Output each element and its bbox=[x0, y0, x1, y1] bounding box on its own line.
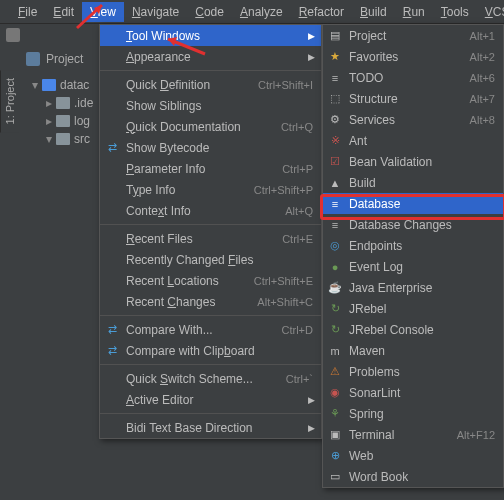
toolwindow-item-favorites[interactable]: ★FavoritesAlt+2 bbox=[323, 46, 503, 67]
jee-icon: ☕ bbox=[328, 281, 342, 295]
problems-icon: ⚠ bbox=[328, 365, 342, 379]
toolwindow-item-web[interactable]: ⊕Web bbox=[323, 445, 503, 466]
toolwindow-item-jrebel[interactable]: ↻JRebel bbox=[323, 298, 503, 319]
menu-item-recent-locations[interactable]: Recent LocationsCtrl+Shift+E bbox=[100, 270, 321, 291]
endpoints-icon: ◎ bbox=[328, 239, 342, 253]
side-tab-project[interactable]: 1: Project bbox=[0, 70, 19, 132]
project-panel-icon bbox=[26, 52, 40, 66]
menu-item-quick-definition[interactable]: Quick DefinitionCtrl+Shift+I bbox=[100, 74, 321, 95]
menu-item-appearance[interactable]: Appearance▶ bbox=[100, 46, 321, 67]
toolwindow-item-structure[interactable]: ⬚StructureAlt+7 bbox=[323, 88, 503, 109]
menu-item-tool-windows[interactable]: Tool Windows▶ bbox=[100, 25, 321, 46]
menubar-item-vcs[interactable]: VCS bbox=[477, 2, 504, 22]
eventlog-icon: ● bbox=[328, 260, 342, 274]
toolwindow-item-word-book[interactable]: ▭Word Book bbox=[323, 466, 503, 487]
toolwindow-item-java-enterprise[interactable]: ☕Java Enterprise bbox=[323, 277, 503, 298]
toolbar-folder-icon[interactable] bbox=[6, 28, 20, 42]
project-icon: ▤ bbox=[328, 29, 342, 43]
services-icon: ⚙ bbox=[328, 113, 342, 127]
menu-item-active-editor[interactable]: Active Editor▶ bbox=[100, 389, 321, 410]
toolwindow-item-todo[interactable]: ≡TODOAlt+6 bbox=[323, 67, 503, 88]
ant-icon: ※ bbox=[328, 134, 342, 148]
menu-item-recently-changed-files[interactable]: Recently Changed Files bbox=[100, 249, 321, 270]
toolwindow-item-sonarlint[interactable]: ◉SonarLint bbox=[323, 382, 503, 403]
maven-icon: m bbox=[328, 344, 342, 358]
menubar: FileEditViewNavigateCodeAnalyzeRefactorB… bbox=[0, 0, 504, 24]
web-icon: ⊕ bbox=[328, 449, 342, 463]
toolwindow-item-ant[interactable]: ※Ant bbox=[323, 130, 503, 151]
menu-item-recent-files[interactable]: Recent FilesCtrl+E bbox=[100, 228, 321, 249]
toolwindow-item-endpoints[interactable]: ◎Endpoints bbox=[323, 235, 503, 256]
menu-item-recent-changes[interactable]: Recent ChangesAlt+Shift+C bbox=[100, 291, 321, 312]
menu-item-show-siblings[interactable]: Show Siblings bbox=[100, 95, 321, 116]
toolwindow-item-terminal[interactable]: ▣TerminalAlt+F12 bbox=[323, 424, 503, 445]
db-icon: ≡ bbox=[328, 197, 342, 211]
menubar-item-tools[interactable]: Tools bbox=[433, 2, 477, 22]
menubar-item-code[interactable]: Code bbox=[187, 2, 232, 22]
toolwindow-item-build[interactable]: ▲Build bbox=[323, 172, 503, 193]
toolwindow-item-database-changes[interactable]: ≡Database Changes bbox=[323, 214, 503, 235]
dbchanges-icon: ≡ bbox=[328, 218, 342, 232]
menu-item-show-bytecode[interactable]: ⇄Show Bytecode bbox=[100, 137, 321, 158]
menu-item-parameter-info[interactable]: Parameter InfoCtrl+P bbox=[100, 158, 321, 179]
menubar-item-build[interactable]: Build bbox=[352, 2, 395, 22]
toolwindow-item-spring[interactable]: ⚘Spring bbox=[323, 403, 503, 424]
menu-item-context-info[interactable]: Context InfoAlt+Q bbox=[100, 200, 321, 221]
toolwindow-item-project[interactable]: ▤ProjectAlt+1 bbox=[323, 25, 503, 46]
menu-item-type-info[interactable]: Type InfoCtrl+Shift+P bbox=[100, 179, 321, 200]
terminal-icon: ▣ bbox=[328, 428, 342, 442]
project-panel-title: Project bbox=[46, 52, 83, 66]
jrebel-icon: ↻ bbox=[328, 302, 342, 316]
toolwindow-item-jrebel-console[interactable]: ↻JRebel Console bbox=[323, 319, 503, 340]
toolwindow-item-database[interactable]: ≡Database bbox=[323, 193, 503, 214]
menu-item-compare-with-[interactable]: ⇄Compare With...Ctrl+D bbox=[100, 319, 321, 340]
toolwindow-item-problems[interactable]: ⚠Problems bbox=[323, 361, 503, 382]
structure-icon: ⬚ bbox=[328, 92, 342, 106]
menubar-item-view[interactable]: View bbox=[82, 2, 124, 22]
menubar-item-navigate[interactable]: Navigate bbox=[124, 2, 187, 22]
toolwindow-item-event-log[interactable]: ●Event Log bbox=[323, 256, 503, 277]
view-menu-dropdown: Tool Windows▶Appearance▶Quick Definition… bbox=[99, 24, 322, 439]
menubar-item-run[interactable]: Run bbox=[395, 2, 433, 22]
menu-item-quick-switch-scheme-[interactable]: Quick Switch Scheme...Ctrl+` bbox=[100, 368, 321, 389]
menubar-item-file[interactable]: File bbox=[10, 2, 45, 22]
menu-item-bidi-text-base-direction[interactable]: Bidi Text Base Direction▶ bbox=[100, 417, 321, 438]
build-icon: ▲ bbox=[328, 176, 342, 190]
tool-windows-submenu: ▤ProjectAlt+1★FavoritesAlt+2≡TODOAlt+6⬚S… bbox=[322, 24, 504, 488]
spring-icon: ⚘ bbox=[328, 407, 342, 421]
menubar-item-refactor[interactable]: Refactor bbox=[291, 2, 352, 22]
menubar-item-edit[interactable]: Edit bbox=[45, 2, 82, 22]
star-icon: ★ bbox=[328, 50, 342, 64]
sonar-icon: ◉ bbox=[328, 386, 342, 400]
menubar-item-analyze[interactable]: Analyze bbox=[232, 2, 291, 22]
jrebelc-icon: ↻ bbox=[328, 323, 342, 337]
menu-item-quick-documentation[interactable]: Quick DocumentationCtrl+Q bbox=[100, 116, 321, 137]
toolwindow-item-bean-validation[interactable]: ☑Bean Validation bbox=[323, 151, 503, 172]
toolwindow-item-maven[interactable]: mMaven bbox=[323, 340, 503, 361]
toolwindow-item-services[interactable]: ⚙ServicesAlt+8 bbox=[323, 109, 503, 130]
todo-icon: ≡ bbox=[328, 71, 342, 85]
bean-icon: ☑ bbox=[328, 155, 342, 169]
wordbook-icon: ▭ bbox=[328, 470, 342, 484]
menu-item-compare-with-clipboard[interactable]: ⇄Compare with Clipboard bbox=[100, 340, 321, 361]
